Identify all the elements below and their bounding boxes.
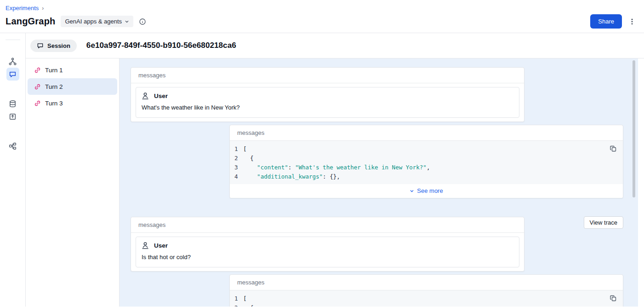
chevron-down-icon [410,189,414,193]
kebab-menu-icon[interactable] [627,16,637,27]
breadcrumb-separator: › [42,5,44,12]
sidebar-item-datasets[interactable] [6,97,19,110]
title-row: LangGraph GenAI apps & agents Share [6,14,637,29]
code-line: 1[ [230,294,623,303]
code-line: 1[ [230,145,623,154]
upload-box-icon [9,113,17,121]
code-line: 2 { [230,154,623,163]
database-icon [9,100,17,108]
message-role-row: User [136,237,519,251]
session-id: 6e10a997-849f-4550-b910-56e680218ca6 [86,41,236,50]
info-icon[interactable] [138,17,147,26]
user-message-box: User What's the weather like in New York… [136,87,519,118]
user-icon [141,241,149,249]
link-icon [34,67,41,74]
view-trace-button[interactable]: View trace [584,216,623,229]
message-box-wrap: User What's the weather like in New York… [131,83,524,122]
line-number: 3 [230,163,242,172]
see-more-button[interactable]: See more [230,184,623,198]
turn3-output-card: messages 1[2 { [229,274,623,307]
link-icon [34,83,41,90]
chat-bubble-icon [9,70,17,78]
copy-icon[interactable] [609,294,618,303]
turn3-group: View trace messages [120,217,638,307]
sidebar-item-conversation[interactable] [6,68,19,81]
header-actions: Share [590,14,637,29]
workflow-icon [9,142,17,150]
user-message-box: User Is that hot or cold? [136,237,519,267]
messages-panel-title: messages [230,275,623,290]
user-icon [141,92,149,100]
page-title: LangGraph [6,16,55,27]
chevron-down-icon [125,19,129,24]
copy-icon[interactable] [609,144,618,153]
turn-item-1[interactable]: Turn 1 [28,62,117,78]
turn2-output-card: messages 1[2 {3 "content": "What's the w… [229,125,623,198]
line-number: 1 [230,294,242,303]
message-role-label: User [154,93,168,99]
vertical-scrollbar[interactable] [633,60,635,197]
turn2-output-code: 1[2 {3 "content": "What's the weather li… [230,141,623,184]
turn-item-2[interactable]: Turn 2 [28,78,117,95]
turn3-input-card: messages [131,217,524,272]
line-number: 2 [230,303,242,307]
code-line: 4 "additional_kwargs": {}, [230,172,623,181]
workspace: Turn 1Turn 2Turn 3 messages [26,58,644,307]
message-role-row: User [136,87,519,101]
user-message-text: What's the weather like in New York? [136,101,519,117]
side-nav [0,33,26,307]
code-line: 3 "content": "What's the weather like in… [230,163,623,172]
session-bar: Session 6e10a997-849f-4550-b910-56e68021… [26,33,644,58]
session-badge: Session [30,40,77,52]
side-nav-divider [6,40,20,40]
see-more-label: See more [417,187,443,194]
messages-panel-title: messages [131,68,524,83]
messages-panel-title: messages [230,125,623,141]
session-badge-label: Session [47,42,70,49]
link-icon [34,100,41,107]
turn-label: Turn 3 [45,100,63,107]
breadcrumb-experiments-link[interactable]: Experiments [6,5,39,12]
message-box-wrap: User Is that hot or cold? [131,233,524,271]
category-dropdown[interactable]: GenAI apps & agents [61,16,133,27]
sidebar-item-workflows[interactable] [6,139,19,152]
line-number: 4 [230,172,242,181]
category-label: GenAI apps & agents [65,18,122,25]
sidebar-item-export[interactable] [6,110,19,123]
line-number: 2 [230,154,242,163]
content-area: Session 6e10a997-849f-4550-b910-56e68021… [26,33,644,307]
line-number: 1 [230,145,242,154]
conversation-panel: messages U [120,58,638,307]
code-line: 2 { [230,303,623,307]
share-button[interactable]: Share [590,14,622,29]
turn-label: Turn 1 [45,67,63,74]
sidebar-item-graph[interactable] [6,55,19,68]
main-area: Session 6e10a997-849f-4550-b910-56e68021… [0,33,644,307]
turn-list: Turn 1Turn 2Turn 3 [26,58,120,307]
turn2-input-card: messages U [131,67,524,122]
message-role-label: User [154,242,168,249]
turn3-output-code: 1[2 { [230,290,623,307]
messages-panel-title: messages [131,217,524,233]
user-message-text: Is that hot or cold? [136,251,519,267]
turn-label: Turn 2 [45,83,63,90]
speech-bubble-icon [37,42,44,49]
breadcrumb: Experiments › [6,4,637,12]
page-header: Experiments › LangGraph GenAI apps & age… [0,0,644,33]
turn-item-3[interactable]: Turn 3 [28,95,117,111]
graph-icon [9,58,17,65]
